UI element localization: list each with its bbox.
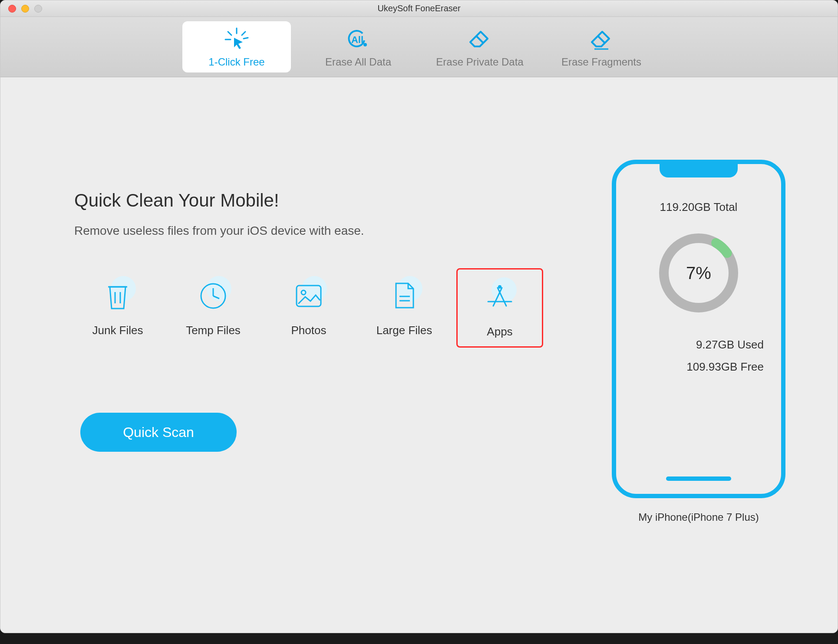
titlebar: UkeySoft FoneEraser [0,0,838,17]
category-temp-files[interactable]: Temp Files [170,268,257,348]
category-label: Junk Files [79,324,157,337]
toolbar-tabs: 1-Click Free All Erase All Data [0,17,838,77]
svg-point-16 [301,290,306,295]
file-icon [393,282,416,310]
category-apps[interactable]: Apps [456,268,543,348]
storage-percent: 7% [655,230,742,316]
category-photos[interactable]: Photos [265,268,352,348]
window-title: UkeySoft FoneEraser [0,3,838,13]
category-label: Photos [270,324,348,337]
svg-line-7 [476,36,483,43]
page-subtitle: Remove useless files from your iOS devic… [74,224,594,238]
click-cursor-icon [186,26,287,53]
close-icon[interactable] [8,5,16,13]
svg-line-8 [598,36,605,43]
category-label: Apps [462,325,538,338]
main-content: Quick Clean Your Mobile! Remove useless … [0,77,838,633]
home-indicator-icon [666,476,731,481]
eraser-icon [429,26,531,53]
svg-line-4 [244,38,248,39]
category-junk-files[interactable]: Junk Files [74,268,161,348]
maximize-icon [34,5,42,13]
category-label: Temp Files [174,324,252,337]
apps-icon [485,284,514,310]
svg-line-1 [228,32,231,35]
device-name: My iPhone(iPhone 7 Plus) [638,511,759,523]
category-label: Large Files [365,324,443,337]
app-window: UkeySoft FoneEraser 1-Click Free [0,0,838,633]
storage-ring: 7% [655,230,742,316]
eraser-fragments-icon [551,26,652,53]
svg-point-6 [363,43,367,46]
tab-1-click-free[interactable]: 1-Click Free [182,21,291,72]
trash-icon [105,281,131,311]
storage-total: 119.20GB Total [660,200,738,214]
tab-label: Erase All Data [307,56,409,68]
page-title: Quick Clean Your Mobile! [74,190,594,211]
svg-line-19 [493,288,502,306]
category-grid: Junk Files Temp Files [74,268,594,348]
svg-point-22 [498,285,501,289]
quick-scan-button[interactable]: Quick Scan [80,413,237,452]
minimize-icon[interactable] [21,5,29,13]
left-panel: Quick Clean Your Mobile! Remove useless … [74,103,594,555]
svg-line-14 [213,296,219,299]
phone-frame: 119.20GB Total 7% 9.27GB Used 109.93GB F… [612,160,785,498]
tab-erase-fragments[interactable]: Erase Fragments [547,21,656,72]
device-panel: 119.20GB Total 7% 9.27GB Used 109.93GB F… [594,103,803,555]
storage-free: 109.93GB Free [686,360,781,374]
svg-line-20 [498,288,506,306]
tab-label: Erase Fragments [551,56,652,68]
category-large-files[interactable]: Large Files [361,268,448,348]
phone-notch-icon [660,164,738,177]
clock-icon [198,281,228,311]
svg-line-2 [242,32,245,35]
tab-label: 1-Click Free [186,56,287,68]
tab-erase-all-data[interactable]: All Erase All Data [304,21,412,72]
photo-icon [295,284,323,308]
traffic-lights [0,5,42,13]
svg-text:All: All [351,34,363,45]
erase-all-icon: All [307,26,409,53]
tab-erase-private-data[interactable]: Erase Private Data [426,21,534,72]
storage-used: 9.27GB Used [696,338,781,352]
tab-label: Erase Private Data [429,56,531,68]
